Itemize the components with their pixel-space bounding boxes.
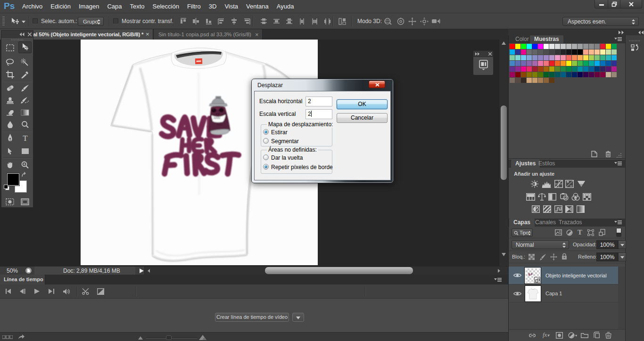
svg-text:T: T — [23, 134, 28, 142]
